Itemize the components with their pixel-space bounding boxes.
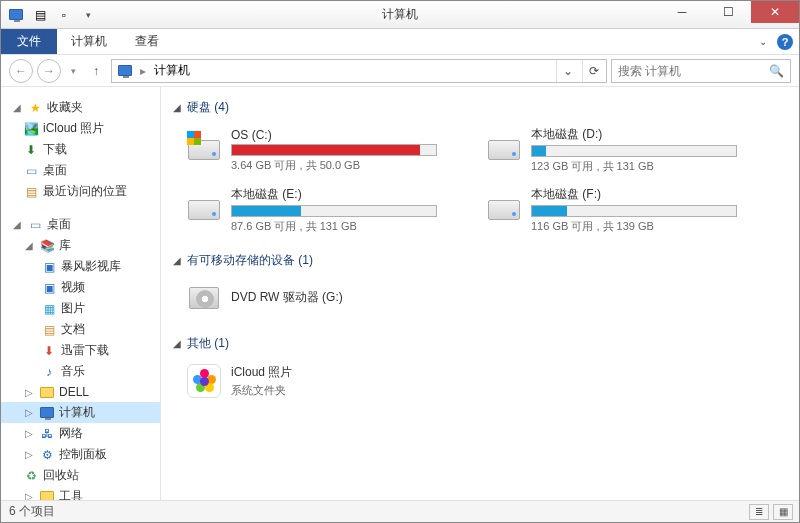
section-header-removable[interactable]: ◢ 有可移动存储的设备 (1) — [173, 248, 787, 275]
history-dropdown-icon[interactable]: ▾ — [65, 59, 81, 83]
tree-item-tools[interactable]: ▷工具 — [1, 486, 160, 500]
network-icon: 🖧 — [39, 426, 55, 442]
tree-item-downloads[interactable]: ⬇下载 — [1, 139, 160, 160]
other-group: iCloud 照片 系统文件夹 — [173, 358, 787, 404]
star-icon: ★ — [27, 100, 43, 116]
expand-icon[interactable]: ▷ — [23, 428, 35, 439]
tab-computer[interactable]: 计算机 — [57, 29, 121, 54]
breadcrumb-separator-icon[interactable]: ▸ — [140, 64, 146, 78]
collapse-icon[interactable]: ◢ — [173, 255, 181, 266]
removable-group: DVD RW 驱动器 (G:) — [173, 275, 787, 321]
content-pane[interactable]: ◢ 硬盘 (4) OS (C:) 3.64 GB 可用 , 共 50.0 GB … — [161, 87, 799, 500]
section-header-other[interactable]: ◢ 其他 (1) — [173, 331, 787, 358]
address-dropdown-icon[interactable]: ⌄ — [556, 60, 578, 82]
search-box[interactable]: 🔍 — [611, 59, 791, 83]
section-title: 硬盘 (4) — [187, 99, 229, 116]
close-button[interactable]: ✕ — [751, 1, 799, 23]
recycle-bin-icon: ♻ — [23, 468, 39, 484]
tree-desktop-root[interactable]: ◢ ▭ 桌面 — [1, 214, 160, 235]
forward-button[interactable]: → — [37, 59, 61, 83]
download-icon: ⬇ — [23, 142, 39, 158]
expand-icon[interactable]: ▷ — [23, 491, 35, 500]
tree-item-dell[interactable]: ▷DELL — [1, 382, 160, 402]
expand-icon[interactable]: ◢ — [11, 102, 23, 113]
title-bar: ▤ ▫ ▾ 计算机 ─ ☐ ✕ — [1, 1, 799, 29]
minimize-button[interactable]: ─ — [659, 1, 705, 23]
section-header-drives[interactable]: ◢ 硬盘 (4) — [173, 95, 787, 122]
file-tab[interactable]: 文件 — [1, 29, 57, 54]
address-bar[interactable]: ▸ 计算机 ⌄ ⟳ — [111, 59, 607, 83]
drive-name: DVD RW 驱动器 (G:) — [231, 289, 437, 306]
drive-stat: 116 GB 可用 , 共 139 GB — [531, 219, 737, 234]
usage-bar — [531, 145, 737, 157]
video-icon: ▣ — [41, 280, 57, 296]
documents-icon: ▤ — [41, 322, 57, 338]
qat-properties-icon[interactable]: ▤ — [29, 4, 51, 26]
tree-item-network[interactable]: ▷🖧网络 — [1, 423, 160, 444]
drive-item[interactable]: OS (C:) 3.64 GB 可用 , 共 50.0 GB — [181, 122, 441, 178]
dvd-icon — [185, 279, 223, 317]
folder-icon — [39, 384, 55, 400]
collapse-icon[interactable]: ◢ — [173, 102, 181, 113]
usage-bar — [531, 205, 737, 217]
download-icon: ⬇ — [41, 343, 57, 359]
tree-favorites[interactable]: ◢ ★ 收藏夹 — [1, 97, 160, 118]
tree-label: 桌面 — [47, 216, 71, 233]
expand-icon[interactable]: ▷ — [23, 387, 35, 398]
view-switcher: ≣ ▦ — [749, 504, 793, 520]
tree-item[interactable]: ▦图片 — [1, 298, 160, 319]
music-icon: ♪ — [41, 364, 57, 380]
expand-icon[interactable]: ◢ — [11, 219, 23, 230]
drive-name: OS (C:) — [231, 128, 437, 142]
drive-item[interactable]: 本地磁盘 (D:) 123 GB 可用 , 共 131 GB — [481, 122, 741, 178]
navigation-tree[interactable]: ◢ ★ 收藏夹 🏞️iCloud 照片 ⬇下载 ▭桌面 ▤最近访问的位置 ◢ ▭… — [1, 87, 161, 500]
tree-item-recycle-bin[interactable]: ♻回收站 — [1, 465, 160, 486]
tree-item-desktop[interactable]: ▭桌面 — [1, 160, 160, 181]
search-input[interactable] — [618, 64, 784, 78]
photos-icon: 🏞️ — [23, 121, 39, 137]
tree-item-recent[interactable]: ▤最近访问的位置 — [1, 181, 160, 202]
tree-item-icloud-photos[interactable]: 🏞️iCloud 照片 — [1, 118, 160, 139]
expand-icon[interactable]: ▷ — [23, 407, 35, 418]
qat-new-folder-icon[interactable]: ▫ — [53, 4, 75, 26]
app-icon[interactable] — [5, 4, 27, 26]
maximize-button[interactable]: ☐ — [705, 1, 751, 23]
expand-icon[interactable]: ▷ — [23, 449, 35, 460]
tree-item-control-panel[interactable]: ▷⚙控制面板 — [1, 444, 160, 465]
up-button[interactable]: ↑ — [85, 60, 107, 82]
drive-icon — [485, 131, 523, 169]
tree-item[interactable]: ▤文档 — [1, 319, 160, 340]
drives-group: OS (C:) 3.64 GB 可用 , 共 50.0 GB 本地磁盘 (D:)… — [173, 122, 787, 238]
drive-stat: 87.6 GB 可用 , 共 131 GB — [231, 219, 437, 234]
other-item[interactable]: iCloud 照片 系统文件夹 — [181, 358, 441, 404]
drive-name: 本地磁盘 (E:) — [231, 186, 437, 203]
drive-stat: 123 GB 可用 , 共 131 GB — [531, 159, 737, 174]
tree-item[interactable]: ▣视频 — [1, 277, 160, 298]
expand-icon[interactable]: ◢ — [23, 240, 35, 251]
drive-item[interactable]: 本地磁盘 (F:) 116 GB 可用 , 共 139 GB — [481, 182, 741, 238]
details-view-button[interactable]: ≣ — [749, 504, 769, 520]
tree-item[interactable]: ♪音乐 — [1, 361, 160, 382]
ribbon-expand-icon[interactable]: ⌄ — [759, 36, 767, 47]
usage-bar — [231, 144, 437, 156]
qat-dropdown-icon[interactable]: ▾ — [77, 4, 99, 26]
tree-item[interactable]: ⬇迅雷下载 — [1, 340, 160, 361]
desktop-icon: ▭ — [27, 217, 43, 233]
collapse-icon[interactable]: ◢ — [173, 338, 181, 349]
breadcrumb-item[interactable]: 计算机 — [150, 62, 194, 79]
back-button[interactable]: ← — [9, 59, 33, 83]
tree-item[interactable]: ▣暴风影视库 — [1, 256, 160, 277]
item-name: iCloud 照片 — [231, 364, 437, 381]
dvd-drive-item[interactable]: DVD RW 驱动器 (G:) — [181, 275, 441, 321]
tiles-view-button[interactable]: ▦ — [773, 504, 793, 520]
address-root-icon[interactable] — [114, 65, 136, 76]
tree-label: 收藏夹 — [47, 99, 83, 116]
tree-item-computer[interactable]: ▷计算机 — [1, 402, 160, 423]
tab-view[interactable]: 查看 — [121, 29, 173, 54]
drive-name: 本地磁盘 (D:) — [531, 126, 737, 143]
help-icon[interactable]: ? — [777, 34, 793, 50]
drive-name: 本地磁盘 (F:) — [531, 186, 737, 203]
drive-item[interactable]: 本地磁盘 (E:) 87.6 GB 可用 , 共 131 GB — [181, 182, 441, 238]
refresh-button[interactable]: ⟳ — [582, 60, 604, 82]
tree-libraries[interactable]: ◢ 📚 库 — [1, 235, 160, 256]
